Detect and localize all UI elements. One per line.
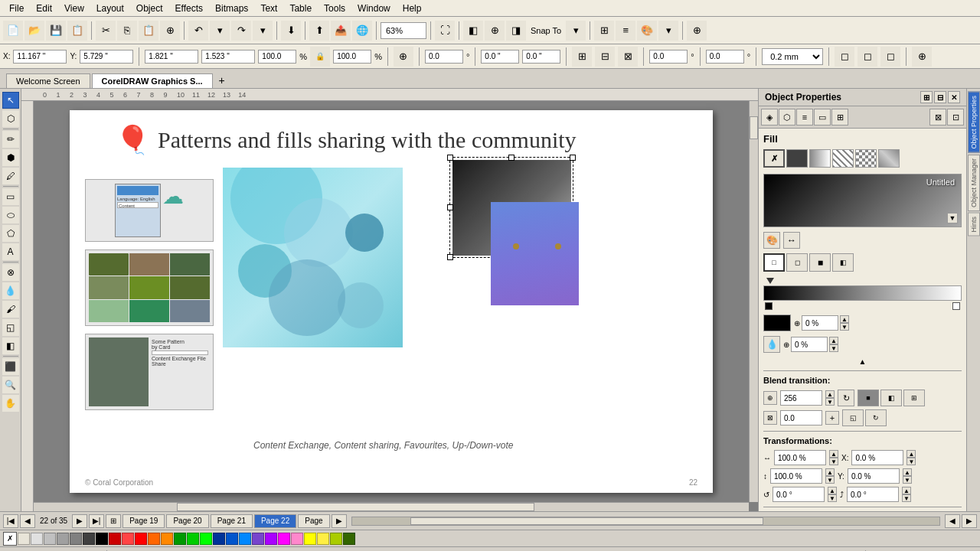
menu-file[interactable]: File	[3, 2, 30, 15]
blend-type2[interactable]: ◧	[880, 390, 902, 406]
fill-type-postscript[interactable]	[878, 149, 900, 168]
tr-a1-up[interactable]: ▲	[828, 487, 837, 494]
eyedropper-tool[interactable]: 💧	[2, 282, 19, 299]
tr-y-up[interactable]: ▲	[903, 468, 912, 476]
swatch-6[interactable]	[96, 533, 108, 545]
panel-undock-btn[interactable]: ⊟	[934, 91, 946, 103]
menu-edit[interactable]: Edit	[30, 2, 58, 15]
corner-btn2[interactable]: ◻	[858, 47, 877, 67]
gradient-bar[interactable]	[763, 285, 962, 301]
blend-refresh-btn[interactable]: ↻	[838, 390, 854, 406]
color-eyedropper[interactable]: 💧	[763, 336, 780, 353]
tr-w-up[interactable]: ▲	[829, 450, 838, 458]
page-canvas[interactable]: 🎈 Patterns and fills sharing with the co…	[70, 110, 713, 493]
select-tool[interactable]: ↖	[2, 92, 19, 109]
swatch-yellow-light[interactable]	[317, 533, 329, 545]
publish-button[interactable]: 🌐	[352, 21, 372, 41]
blend-type1[interactable]: ■	[858, 390, 879, 406]
save-button[interactable]: 💾	[46, 21, 66, 41]
page-more-btn[interactable]: ▶	[332, 514, 347, 528]
node-tool[interactable]: ⬡	[2, 110, 19, 127]
menu-view[interactable]: View	[58, 2, 90, 15]
grad-reverse-btn[interactable]: ↔	[783, 232, 800, 249]
angle5-input[interactable]	[706, 50, 744, 64]
swatch-pink[interactable]	[291, 533, 303, 545]
tab-welcome[interactable]: Welcome Screen	[6, 73, 90, 88]
blend-up[interactable]: ▲	[825, 390, 835, 398]
transform-btn1[interactable]: ⊞	[572, 47, 592, 67]
pct2-input[interactable]	[791, 337, 828, 352]
pct1-dn[interactable]: ▼	[840, 323, 849, 331]
page-scrollbar[interactable]	[351, 517, 940, 526]
ellipse-tool[interactable]: ⬭	[2, 207, 19, 223]
preset-square1[interactable]: □	[763, 253, 785, 272]
y-input[interactable]	[80, 50, 133, 64]
paste-special-button[interactable]: ⊕	[160, 21, 180, 41]
cut-button[interactable]: ✂	[96, 21, 116, 41]
page-next-btn[interactable]: ▶	[72, 514, 87, 528]
blend-align2[interactable]: ↻	[865, 409, 887, 426]
snap-right[interactable]: ◨	[506, 21, 526, 41]
copy-button[interactable]: ⎘	[117, 21, 137, 41]
export-button[interactable]: ⬆	[309, 21, 329, 41]
view-options2[interactable]: ≡	[616, 21, 635, 41]
menu-text[interactable]: Text	[254, 2, 283, 15]
save-all-button[interactable]: 📋	[67, 21, 87, 41]
panel-close-btn[interactable]: ✕	[948, 91, 960, 103]
outline-select[interactable]: 0.2 mm	[762, 48, 823, 65]
menu-layout[interactable]: Layout	[90, 2, 130, 15]
height-input[interactable]	[201, 50, 255, 64]
height-pct-input[interactable]	[333, 50, 371, 64]
page-tab-19[interactable]: Page 19	[122, 514, 165, 528]
swatch-0[interactable]	[18, 533, 30, 545]
tr-a2-up[interactable]: ▲	[902, 487, 911, 494]
page-tab-page[interactable]: Page	[298, 514, 329, 528]
color-dropdown[interactable]: ▾	[658, 21, 678, 41]
tr-h-dn[interactable]: ▼	[825, 476, 835, 484]
angle2-input[interactable]	[481, 50, 519, 64]
pct2-dn[interactable]: ▼	[829, 344, 838, 352]
smartdraw-tool[interactable]: ⬢	[2, 149, 19, 166]
swatch-orange-dark[interactable]	[148, 533, 160, 545]
menu-object[interactable]: Object	[130, 2, 169, 15]
tr-h-input[interactable]: 100.0 %	[770, 468, 822, 484]
panel-tab-settings[interactable]: ⊡	[947, 109, 964, 126]
gradient-expand-btn[interactable]: ▼	[947, 213, 958, 223]
fill-type-pattern[interactable]	[832, 149, 854, 168]
tr-w-dn[interactable]: ▼	[829, 458, 838, 465]
swatch-violet[interactable]	[265, 533, 277, 545]
swatch-yellow[interactable]	[304, 533, 316, 545]
swatch-1[interactable]	[31, 533, 43, 545]
grad-stop-right[interactable]	[952, 302, 960, 310]
swatch-yellow-green[interactable]	[330, 533, 342, 545]
swatch-navy[interactable]	[213, 533, 225, 545]
swatch-green[interactable]	[187, 533, 199, 545]
lock-ratio-btn[interactable]: 🔒	[310, 47, 330, 67]
page-tab-20[interactable]: Page 20	[166, 514, 208, 528]
undo-button[interactable]: ↶	[188, 21, 208, 41]
angle-input[interactable]	[425, 50, 463, 64]
shadow-tool[interactable]: ◱	[2, 319, 19, 336]
paint-tool[interactable]: 🖌	[2, 301, 19, 318]
snap-left[interactable]: ◧	[463, 21, 483, 41]
vertical-scrollbar[interactable]	[749, 101, 758, 502]
undo-dropdown[interactable]: ▾	[210, 21, 230, 41]
tr-x-dn[interactable]: ▼	[906, 458, 916, 465]
fill-type-solid[interactable]	[786, 149, 808, 168]
panel-tab-para[interactable]: ≡	[796, 109, 813, 126]
swatch-8[interactable]	[122, 533, 134, 545]
panel-tab-fill[interactable]: ◈	[761, 109, 778, 126]
page-last-btn[interactable]: ▶|	[89, 514, 104, 528]
fill-type-none[interactable]: ✗	[763, 149, 785, 168]
expand-arrow[interactable]: ▲	[859, 357, 867, 366]
menu-table[interactable]: Table	[283, 2, 318, 15]
text-tool[interactable]: A	[2, 243, 19, 260]
tr-a2-dn[interactable]: ▼	[902, 494, 911, 502]
import-button[interactable]: ⬇	[281, 21, 301, 41]
fill-type-gradient[interactable]	[809, 149, 831, 168]
strip-object-manager[interactable]: Object Manager	[968, 155, 980, 211]
pct1-input[interactable]	[802, 315, 838, 331]
tr-a1-input[interactable]: 0.0 °	[773, 487, 825, 502]
page-addpage-btn[interactable]: ⊞	[106, 514, 121, 528]
zoom-tool[interactable]: 🔍	[2, 377, 19, 393]
